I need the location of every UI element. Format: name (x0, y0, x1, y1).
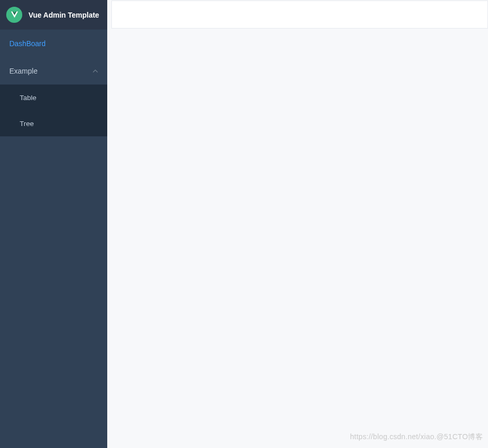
sidebar-subitem-tree[interactable]: Tree (0, 110, 107, 136)
sidebar-subitem-table[interactable]: Table (0, 85, 107, 110)
sidebar-item-label: Table (20, 94, 36, 102)
sidebar-item-label: DashBoard (9, 39, 46, 48)
sidebar-item-label: Example (9, 67, 37, 75)
app-title: Vue Admin Template (28, 11, 99, 19)
sidebar-item-example[interactable]: Example (0, 57, 107, 85)
vue-logo-icon (6, 7, 22, 23)
sidebar-header: Vue Admin Template (0, 0, 107, 30)
sidebar-item-dashboard[interactable]: DashBoard (0, 30, 107, 57)
sidebar: Vue Admin Template DashBoard Example Tab… (0, 0, 107, 448)
main-content-area (107, 0, 488, 448)
sidebar-item-label: Tree (20, 120, 34, 128)
sidebar-submenu-example: Table Tree (0, 85, 107, 136)
top-bar (111, 1, 488, 29)
chevron-up-icon (93, 68, 98, 74)
